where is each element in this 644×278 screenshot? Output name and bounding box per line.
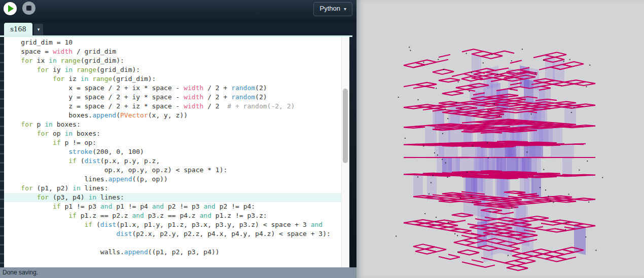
vertical-scrollbar[interactable] bbox=[341, 37, 349, 267]
status-text: Done saving. bbox=[3, 269, 38, 276]
mode-label: Python bbox=[319, 5, 340, 12]
code-line[interactable] bbox=[4, 239, 341, 248]
tab-label: s168 bbox=[10, 25, 26, 33]
code-line[interactable]: if p1.z == p2.z and p3.z == p4.z and p1.… bbox=[4, 211, 341, 220]
play-icon bbox=[8, 5, 14, 12]
code-area[interactable]: grid_dim = 10 space = width / grid_dim f… bbox=[4, 37, 341, 267]
tab-bar: s168 ▾ bbox=[0, 22, 356, 35]
code-line[interactable]: for (p3, p4) in lines: bbox=[4, 193, 341, 202]
code-line[interactable]: stroke(200, 0, 100) bbox=[4, 147, 341, 156]
code-line[interactable]: space = width / grid_dim bbox=[4, 47, 341, 56]
stop-button[interactable] bbox=[22, 2, 35, 15]
caret-down-icon: ▾ bbox=[344, 6, 346, 12]
editor-panel: Python▾ s168 ▾ grid_dim = 10 space = wid… bbox=[0, 0, 356, 278]
code-line[interactable]: for ix in range(grid_dim): bbox=[4, 56, 341, 65]
code-line[interactable]: for iy in range(grid_dim): bbox=[4, 65, 341, 74]
code-line[interactable]: op.x, op.y, op.z) < space * 1): bbox=[4, 166, 341, 175]
tab-sketch[interactable]: s168 bbox=[4, 23, 32, 35]
code-line[interactable]: if (dist(p.x, p.y, p.z, bbox=[4, 156, 341, 166]
panel-divider bbox=[349, 37, 356, 267]
code-line[interactable]: for iz in range(grid_dim): bbox=[4, 74, 341, 84]
code-editor: grid_dim = 10 space = width / grid_dim f… bbox=[0, 37, 356, 267]
editor-gutter bbox=[0, 37, 4, 267]
code-line[interactable]: z = space / 2 + iz * space - width / 2 #… bbox=[4, 102, 341, 111]
code-line[interactable]: dist(p2.x, p2.y, p2.z, p4.x, p4.y, p4.z)… bbox=[4, 229, 341, 239]
code-line[interactable]: walls.append((p1, p2, p3, p4)) bbox=[4, 248, 341, 257]
code-line[interactable]: y = space / 2 + iy * space - width / 2 +… bbox=[4, 93, 341, 102]
stop-icon bbox=[26, 6, 31, 11]
app-window: Python▾ s168 ▾ grid_dim = 10 space = wid… bbox=[0, 0, 644, 278]
tab-dropdown-button[interactable]: ▾ bbox=[34, 24, 43, 35]
code-line[interactable]: if p1 != p3 and p1 != p4 and p2 != p3 an… bbox=[4, 202, 341, 211]
run-button[interactable] bbox=[4, 2, 17, 15]
scrollbar-thumb[interactable] bbox=[343, 89, 348, 163]
code-line[interactable]: x = space / 2 + ix * space - width / 2 +… bbox=[4, 84, 341, 93]
toolbar: Python▾ bbox=[0, 0, 356, 22]
code-line[interactable]: for p in boxes: bbox=[4, 120, 341, 129]
code-line[interactable]: if p != op: bbox=[4, 138, 341, 147]
code-line[interactable]: grid_dim = 10 bbox=[4, 38, 341, 47]
sketch-canvas bbox=[356, 0, 644, 278]
code-line[interactable]: if (dist(p1.x, p1.y, p1.z, p3.x, p3.y, p… bbox=[4, 220, 341, 229]
code-line[interactable]: lines.append((p, op)) bbox=[4, 175, 341, 184]
code-line[interactable]: for (p1, p2) in lines: bbox=[4, 184, 341, 193]
code-line[interactable]: boxes.append(PVector(x, y, z)) bbox=[4, 111, 341, 120]
status-bar: Done saving. bbox=[0, 267, 356, 278]
caret-down-icon: ▾ bbox=[38, 27, 40, 32]
sketch-render-panel bbox=[356, 0, 644, 278]
code-line[interactable]: for op in boxes: bbox=[4, 129, 341, 138]
mode-dropdown-button[interactable]: Python▾ bbox=[313, 2, 352, 16]
